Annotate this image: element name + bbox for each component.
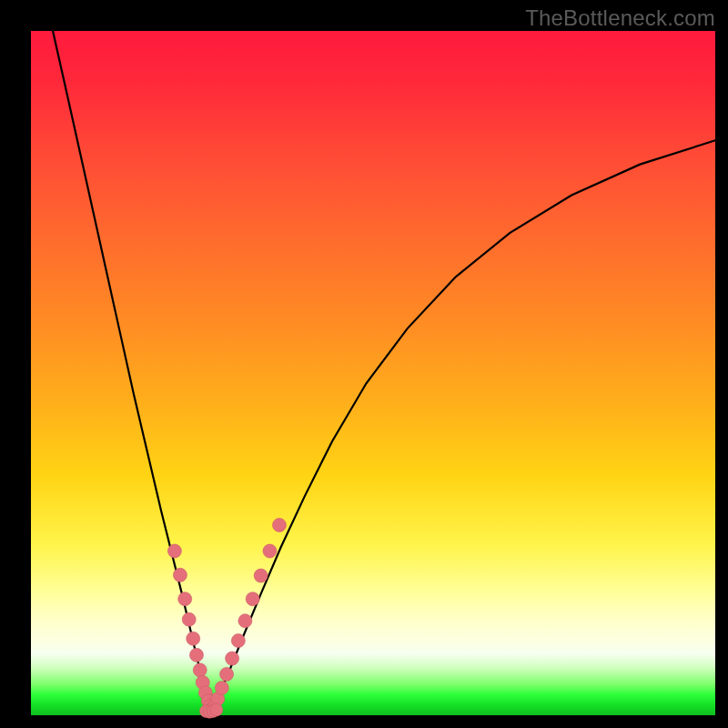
bead-marker [231,634,245,648]
bead-marker [167,544,181,558]
curve-svg [31,31,715,715]
bead-marker [189,648,203,662]
watermark-text: TheBottleneck.com [525,5,715,31]
bead-marker [272,518,286,531]
bead-marker [246,592,259,606]
bead-marker [215,681,228,694]
bead-marker [173,568,187,581]
bead-marker [193,663,207,677]
bead-marker [210,703,223,716]
curve-right-branch [211,140,715,708]
curve-left-branch [53,31,211,708]
bead-marker [187,632,200,645]
bead-marker [220,667,234,681]
bead-marker [226,652,239,665]
bead-marker [263,544,277,558]
plot-area [31,31,715,715]
bead-marker [182,612,196,626]
bead-marker [238,614,252,628]
bead-marker [178,592,192,606]
bead-markers [167,518,286,718]
bead-marker [254,569,268,582]
chart-frame: TheBottleneck.com [0,0,728,728]
